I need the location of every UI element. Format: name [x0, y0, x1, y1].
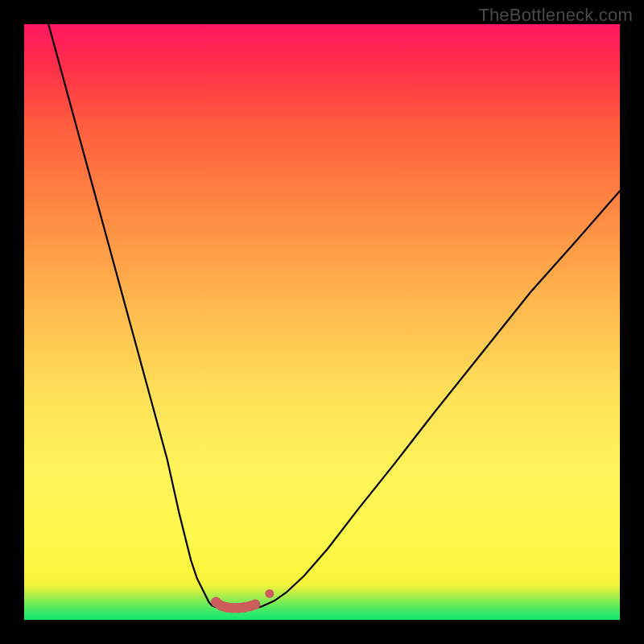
marker-dot	[250, 600, 260, 609]
marker-group	[211, 589, 274, 613]
left-curve	[42, 24, 221, 608]
right-curve	[257, 191, 620, 608]
marker-dot-outlier	[265, 589, 274, 598]
plot-area	[24, 24, 620, 620]
chart-svg	[24, 24, 620, 620]
chart-frame: TheBottleneck.com	[0, 0, 644, 644]
watermark-text: TheBottleneck.com	[478, 5, 633, 26]
curve-group	[42, 24, 620, 609]
